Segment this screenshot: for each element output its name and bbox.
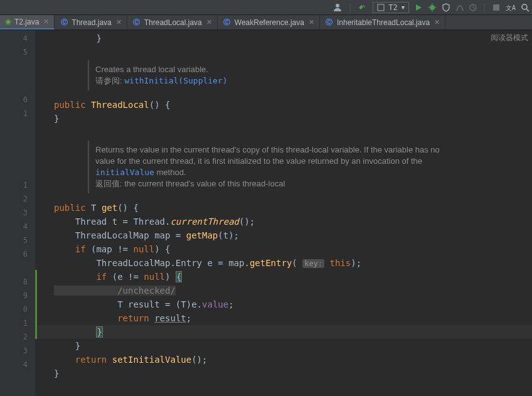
coverage-icon[interactable] [442, 3, 450, 12]
code-line: } [35, 339, 532, 353]
tab-inheritable[interactable]: Ⓒ InheritableThreadLocal.java ✕ [320, 15, 445, 29]
editor-tabs: ❀ T2.java ✕ Ⓒ Thread.java ✕ Ⓒ ThreadLoca… [0, 15, 532, 30]
tab-t2[interactable]: ❀ T2.java ✕ [0, 15, 55, 29]
code-line: } [35, 367, 532, 380]
code-line: ThreadLocalMap map = getMap(t); [35, 228, 532, 242]
code-line: public ThreadLocal() { [35, 98, 532, 112]
doc-link[interactable]: withInitial(Supplier) [124, 76, 227, 85]
user-icon[interactable] [332, 3, 343, 13]
close-icon[interactable]: ✕ [116, 18, 122, 26]
line-number: 1 [0, 107, 35, 120]
svg-point-0 [336, 4, 339, 8]
code-line: ThreadLocalMap.Entry e = map.getEntry( k… [35, 256, 532, 270]
line-number: 8 [0, 275, 35, 289]
close-icon[interactable]: ✕ [206, 18, 212, 26]
line-number: 0 [0, 302, 35, 316]
svg-point-10 [522, 4, 527, 9]
svg-rect-8 [493, 4, 499, 11]
line-number: 5 [0, 233, 35, 247]
code-line: return result; [35, 311, 532, 325]
code-area[interactable]: } Creates a thread local variable. 请参阅: … [35, 30, 532, 396]
hammer-icon[interactable] [358, 3, 368, 13]
svg-text:文A: 文A [506, 4, 516, 11]
profile-icon[interactable] [455, 3, 464, 12]
doc-text: value for the current thread, it is firs… [95, 156, 508, 167]
tab-weakref[interactable]: Ⓒ WeakReference.java ✕ [218, 15, 320, 29]
code-line: /unchecked/ [35, 284, 532, 297]
main-toolbar: | T2 ▼ | 文A [0, 0, 532, 15]
code-line: } [35, 325, 532, 339]
tab-label: WeakReference.java [235, 18, 304, 27]
run-icon[interactable] [414, 3, 423, 12]
chevron-down-icon: ▼ [402, 4, 405, 11]
line-number: 1 [0, 316, 35, 330]
tab-thread[interactable]: Ⓒ Thread.java ✕ [55, 15, 127, 29]
code-line: } [35, 31, 532, 45]
code-line: Thread t = Thread.currentThread(); [35, 215, 532, 228]
class-icon: Ⓒ [325, 18, 334, 27]
line-number: 2 [0, 330, 35, 344]
doc-text: Returns the value in the current thread'… [95, 144, 508, 156]
git-icon[interactable] [492, 3, 501, 12]
code-line: if (e != null) { [35, 270, 532, 284]
class-icon: Ⓒ [132, 18, 141, 27]
param-hint: key: [302, 259, 324, 268]
code-line: T result = (T)e.value; [35, 297, 532, 311]
line-number: 0 [0, 93, 35, 107]
svg-line-11 [526, 9, 529, 11]
line-number: 5 [0, 45, 35, 59]
run-config-label: T2 [388, 3, 397, 12]
tab-label: ThreadLocal.java [144, 18, 202, 27]
line-number: 1 [0, 178, 35, 192]
line-number: 4 [0, 220, 35, 233]
code-line [35, 45, 532, 59]
tab-threadlocal[interactable]: Ⓒ ThreadLocal.java ✕ [127, 15, 218, 29]
line-number: 2 [0, 192, 35, 206]
svg-point-2 [430, 5, 435, 10]
class-icon: Ⓒ [223, 18, 231, 27]
tab-label: T2.java [14, 18, 39, 26]
tab-label: Thread.java [72, 18, 111, 27]
line-number: 4 [0, 31, 35, 45]
tab-label: InheritableThreadLocal.java [337, 18, 430, 27]
javadoc-block: Creates a thread local variable. 请参阅: wi… [88, 60, 514, 90]
code-line: public T get() { [35, 201, 532, 215]
search-icon[interactable] [521, 3, 529, 12]
run-config-dropdown[interactable]: T2 ▼ [373, 2, 409, 13]
line-number: 9 [0, 289, 35, 302]
doc-text: Creates a thread local variable. [95, 64, 508, 75]
line-number: 3 [0, 344, 35, 358]
code-line: } [35, 112, 532, 126]
line-number: 3 [0, 206, 35, 220]
code-line: return setInitialValue(); [35, 353, 532, 367]
javadoc-block: Returns the value in the current thread'… [88, 141, 514, 193]
leaf-icon: ❀ [5, 18, 11, 26]
close-icon[interactable]: ✕ [309, 18, 314, 26]
debug-icon[interactable] [428, 3, 437, 12]
doc-text: 请参阅: [95, 76, 124, 85]
line-number: 4 [0, 358, 35, 372]
doc-link[interactable]: initialValue [95, 168, 154, 177]
line-gutter: 4 5 0 1 1 2 3 4 5 6 8 9 0 1 2 3 4 [0, 30, 35, 396]
code-editor[interactable]: 4 5 0 1 1 2 3 4 5 6 8 9 0 1 2 3 4 } Crea… [0, 30, 532, 396]
stop-icon[interactable] [469, 4, 477, 11]
doc-text: method. [154, 168, 186, 177]
close-icon[interactable]: ✕ [43, 18, 49, 26]
svg-rect-1 [378, 4, 384, 11]
doc-text: 返回值: the current thread's value of this … [95, 178, 508, 190]
code-line [35, 126, 532, 139]
code-line: if (map != null) { [35, 242, 532, 256]
translate-icon[interactable]: 文A [506, 3, 516, 12]
close-icon[interactable]: ✕ [434, 18, 440, 26]
line-number: 6 [0, 247, 35, 261]
class-icon: Ⓒ [60, 18, 68, 27]
